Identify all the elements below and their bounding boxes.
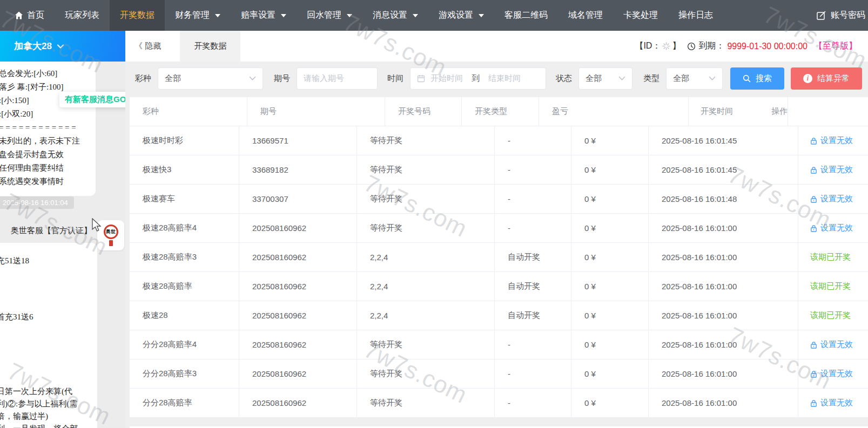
cell-draw-type: -	[495, 214, 571, 242]
start-time-placeholder: 开始时间	[430, 73, 463, 84]
cell-action: 设置无效	[798, 185, 868, 213]
filter-bar: 彩种 全部 期号 请输入期号 时间 开始时间 到 结束时间 状态	[135, 66, 868, 91]
set-invalid-link[interactable]: 设置无效	[810, 165, 853, 175]
search-button-label: 搜索	[756, 73, 772, 84]
set-invalid-link[interactable]: 设置无效	[810, 135, 853, 146]
lottery-select-value: 全部	[165, 73, 181, 84]
lock-icon	[810, 341, 817, 349]
lock-icon	[810, 166, 817, 174]
nav-item-label: 玩家列表	[65, 10, 99, 21]
promo-line: 日第一次上分来算(代	[0, 386, 72, 397]
cell-draw-time: 2025-08-16 16:01:00	[649, 359, 798, 388]
tab-lottery-data[interactable]: 开奖数据	[180, 31, 240, 62]
cell-issue: 202508160962	[239, 272, 357, 301]
chat-line: :[小双:20]	[0, 107, 92, 121]
cell-numbers: 等待开奖	[357, 126, 495, 155]
table-row: 极速28高赔率3 202508160962 2,2,4 自动开奖 0 ¥ 202…	[130, 243, 868, 272]
chat-timestamp: 2025-08-16 16:01:04	[0, 196, 74, 209]
table-header-cell: 开奖类型	[462, 97, 539, 126]
cell-lottery: 分分28高赔率	[130, 389, 239, 417]
expire-date: 9999-01-30 00:00:00	[727, 42, 808, 51]
nav-item[interactable]: 回水管理	[297, 0, 362, 31]
nav-item[interactable]: 玩家列表	[55, 0, 110, 31]
clock-icon	[687, 42, 696, 51]
cell-issue: 202508160962	[239, 243, 357, 271]
expire-info: 到期：9999-01-30 00:00:00	[687, 40, 808, 52]
chat-line: 未列出的，表示未下注	[0, 134, 92, 148]
cell-draw-time: 2025-08-16 16:01:45	[649, 155, 798, 184]
chat-line: 系统遇突发事情时	[0, 175, 92, 188]
account-menu[interactable]: 账号密码	[817, 0, 865, 31]
action-label: 设置无效	[820, 398, 853, 408]
cell-draw-time: 2025-08-16 16:01:00	[649, 214, 798, 242]
cell-issue: 13669571	[239, 126, 357, 155]
nav-item[interactable]: 卡奖处理	[613, 0, 668, 31]
nav-item[interactable]: 游戏设置	[428, 0, 494, 31]
table-row: 极速赛车 33700307 等待开奖 - 0 ¥ 2025-08-16 16:0…	[130, 185, 868, 214]
nav-item-label: 客服二维码	[504, 10, 548, 21]
table-row: 极速28高赔率4 202508160962 等待开奖 - 0 ¥ 2025-08…	[130, 214, 868, 243]
nav-item-label: 开奖数据	[120, 10, 154, 21]
nav-item-label: 赔率设置	[241, 10, 275, 21]
issue-input[interactable]: 请输入期号	[297, 67, 378, 90]
table-header-cell: 彩种	[130, 97, 247, 126]
nav-item[interactable]: 赔率设置	[231, 0, 297, 31]
lock-icon	[810, 137, 817, 145]
issue-filter-label: 期号	[274, 73, 290, 84]
chevron-down-icon	[413, 14, 418, 17]
cell-issue: 202508160962	[239, 389, 357, 417]
set-invalid-link[interactable]: 设置无效	[810, 398, 853, 408]
lottery-selector-label: 加拿大28	[14, 40, 52, 52]
status-select[interactable]: 全部	[578, 67, 633, 90]
nav-item[interactable]: 财务管理	[165, 0, 231, 31]
nav-item[interactable]: 消息设置	[362, 0, 428, 31]
cell-lottery: 极速28高赔率4	[130, 214, 239, 242]
cell-profit: 0 ¥	[571, 185, 649, 213]
nav-item[interactable]: 首页	[4, 0, 55, 31]
cell-numbers: 2,2,4	[357, 301, 495, 330]
chat-area: 总会发光:[小:60]落彡 幕:[对子:100]:[小:150]:[小双:20]…	[0, 62, 125, 428]
set-invalid-link[interactable]: 设置无效	[810, 339, 853, 350]
new-message-toast[interactable]: 有新客服消息GO	[59, 92, 125, 107]
promo-line: 利，一旦发现，将全部	[0, 424, 78, 428]
action-label: 设置无效	[820, 135, 853, 146]
settlement-abnormal-label: 结算异常	[817, 73, 850, 84]
cell-draw-time: 2025-08-16 16:01:00	[649, 243, 798, 271]
set-invalid-link[interactable]: 设置无效	[810, 194, 853, 204]
hide-sidebar-button[interactable]: 《 隐藏	[125, 31, 170, 62]
set-invalid-link[interactable]: 设置无效	[810, 223, 853, 233]
action-label: 设置无效	[820, 223, 853, 233]
nav-item[interactable]: 操作日志	[668, 0, 723, 31]
cell-numbers: 等待开奖	[357, 389, 495, 417]
chat-line: = = = = = = = = = = = =	[0, 121, 92, 134]
cell-draw-type: -	[495, 126, 571, 155]
cell-profit: 0 ¥	[571, 155, 649, 184]
cell-action: 该期已开奖	[798, 243, 868, 271]
cell-profit: 0 ¥	[571, 272, 649, 301]
status-select-value: 全部	[586, 73, 602, 84]
table-row: 极速时时彩 13669571 等待开奖 - 0 ¥ 2025-08-16 16:…	[130, 126, 868, 155]
date-range-picker[interactable]: 开始时间 到 结束时间	[410, 67, 546, 90]
chevron-down-icon	[618, 76, 625, 81]
sender-name: 奥世客服【官方认证】	[11, 226, 92, 236]
table-header-cell: 盈亏	[539, 97, 689, 126]
nav-item[interactable]: 开奖数据	[110, 0, 165, 31]
cell-profit: 0 ¥	[571, 301, 649, 330]
lottery-select[interactable]: 全部	[158, 67, 263, 90]
search-button[interactable]: 搜索	[730, 67, 784, 90]
cell-numbers: 等待开奖	[357, 330, 495, 359]
cell-action: 该期已开奖	[798, 301, 868, 330]
cell-profit: 0 ¥	[571, 359, 649, 388]
cell-lottery: 极速28高赔率	[130, 272, 239, 301]
drawn-status-text: 该期已开奖	[810, 252, 851, 262]
loading-spinner-icon	[662, 42, 670, 50]
nav-item[interactable]: 客服二维码	[494, 0, 558, 31]
set-invalid-link[interactable]: 设置无效	[810, 369, 853, 379]
settlement-abnormal-button[interactable]: i 结算异常	[791, 67, 862, 90]
type-select[interactable]: 全部	[666, 67, 723, 90]
search-icon	[743, 74, 751, 83]
screen: 首页 玩家列表 开奖数据 财务管理	[0, 0, 868, 428]
cell-draw-time: 2025-08-16 16:01:48	[649, 185, 798, 213]
lottery-selector[interactable]: 加拿大28	[0, 31, 125, 62]
nav-item[interactable]: 域名管理	[558, 0, 613, 31]
